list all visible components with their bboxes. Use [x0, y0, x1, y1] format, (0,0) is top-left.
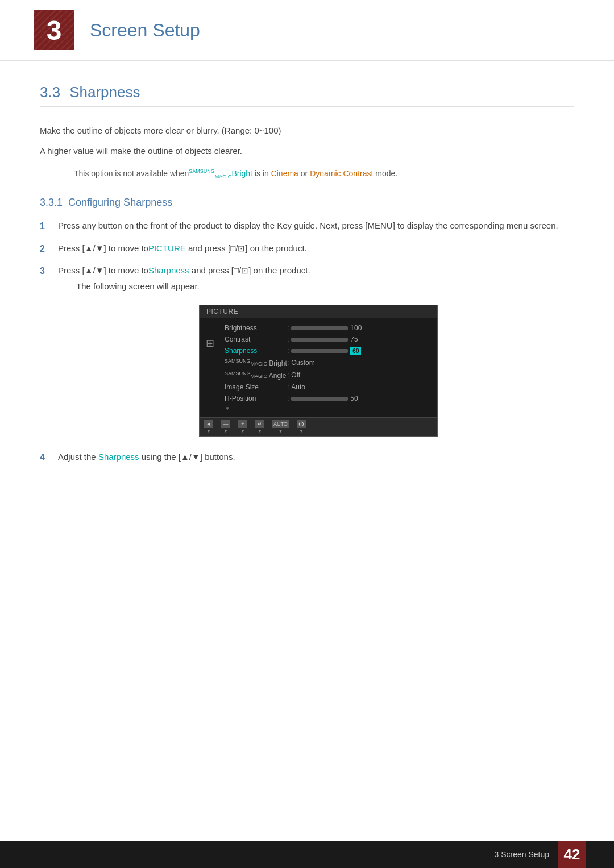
page-header: 3 Screen Setup — [0, 0, 614, 61]
page-footer: 3 Screen Setup 42 — [0, 841, 614, 868]
chapter-box: 3 — [34, 10, 74, 50]
section-number: 3.3 — [40, 84, 60, 101]
note-block: This option is not available whenSAMSUNG… — [74, 167, 574, 181]
contrast-value: 75 — [350, 335, 358, 343]
btn-plus-label: ▼ — [240, 429, 245, 434]
note-text-before: This option is not available when — [74, 169, 189, 178]
sharpness-bar: 60 — [291, 347, 361, 355]
menu-value-image-size: Auto — [291, 383, 305, 391]
step-4: 4 Adjust the Sharpness using the [▲/▼] b… — [40, 450, 574, 465]
note-brand-highlight: Bright — [231, 169, 252, 178]
step-3-sub: The following screen will appear. — [76, 280, 574, 293]
screen-sidebar: ⊞ — [200, 320, 220, 415]
menu-value-hposition: 50 — [291, 394, 358, 402]
menu-label-hposition: H-Position — [225, 394, 287, 402]
btn-left-icon: ◄ — [204, 420, 213, 428]
note-end: mode. — [373, 169, 397, 178]
btn-power-label: ▼ — [299, 429, 304, 434]
screen-menu: Brightness : 100 Contrast : — [220, 320, 437, 415]
step-2-number: 2 — [40, 242, 50, 256]
screen-mockup-body: ⊞ Brightness : 100 — [200, 318, 437, 417]
hposition-value: 50 — [350, 394, 358, 402]
footer-page-number: 42 — [558, 841, 586, 868]
note-dynamic: Dynamic Contrast — [310, 169, 373, 178]
menu-item-sharpness: Sharpness : 60 — [220, 345, 437, 356]
footer-text: 3 Screen Setup — [494, 850, 549, 859]
note-cinema: Cinema — [271, 169, 298, 178]
btn-enter-icon: ↵ — [255, 420, 264, 428]
hposition-bar: 50 — [291, 394, 358, 402]
menu-value-sharpness: 60 — [291, 347, 361, 355]
description-1: Make the outline of objects more clear o… — [40, 124, 574, 138]
menu-value-magic-angle: Off — [291, 371, 300, 379]
menu-item-contrast: Contrast : 75 — [220, 334, 437, 345]
menu-item-brightness: Brightness : 100 — [220, 322, 437, 334]
btn-enter-label: ▼ — [258, 429, 262, 434]
note-brand-super: SAMSUNGMAGICBright — [189, 169, 252, 178]
brightness-value: 100 — [350, 324, 362, 332]
brightness-bar: 100 — [291, 324, 362, 332]
step-4-text: Adjust the Sharpness using the [▲/▼] but… — [58, 450, 574, 464]
step-3: 3 Press [▲/▼] to move toSharpness and pr… — [40, 264, 574, 293]
step-3-text: Press [▲/▼] to move toSharpness and pres… — [58, 264, 574, 293]
step-1: 1 Press any button on the front of the p… — [40, 219, 574, 234]
chapter-number: 3 — [47, 15, 62, 46]
menu-label-image-size: Image Size — [225, 383, 287, 391]
step-4-number: 4 — [40, 450, 50, 465]
btn-auto-label: ▼ — [278, 429, 283, 434]
note-brand-sub-text: MAGIC — [215, 174, 232, 180]
step-2: 2 Press [▲/▼] to move toPICTURE and pres… — [40, 242, 574, 256]
main-content: 3.3Sharpness Make the outline of objects… — [0, 61, 614, 518]
subsection-title: 3.3.1 Configuring Sharpness — [40, 197, 574, 209]
menu-value-brightness: 100 — [291, 324, 362, 332]
btn-auto-icon: AUTO — [272, 420, 289, 428]
steps-list: 1 Press any button on the front of the p… — [40, 219, 574, 293]
step-1-text: Press any button on the front of the pro… — [58, 219, 574, 232]
menu-value-magic-bright: Custom — [291, 359, 314, 367]
menu-label-magic-angle: SAMSUNGMAGIC Angle — [225, 371, 287, 380]
sharpness-badge: 60 — [350, 347, 361, 355]
btn-enter: ↵ ▼ — [255, 420, 264, 434]
subsection-number: 3.3.1 — [40, 197, 63, 208]
btn-plus-icon: + — [238, 420, 247, 428]
note-brand-super-text: SAMSUNG — [189, 168, 215, 174]
contrast-bar: 75 — [291, 335, 358, 343]
screen-mockup-header: PICTURE — [200, 305, 437, 318]
menu-label-sharpness: Sharpness — [225, 347, 287, 355]
tv-icon: ⊞ — [206, 337, 214, 350]
chapter-title: Screen Setup — [90, 20, 200, 41]
btn-minus: — ▼ — [221, 420, 230, 434]
step-2-text: Press [▲/▼] to move toPICTURE and press … — [58, 242, 574, 255]
screen-mockup-container: PICTURE ⊞ Brightness : 100 — [63, 305, 574, 437]
note-or: or — [298, 169, 310, 178]
description-2: A higher value will make the outline of … — [40, 144, 574, 158]
section-title-text: Sharpness — [69, 84, 140, 101]
screen-bottom-bar: ◄ ▼ — ▼ + ▼ ↵ ▼ AUTO ▼ — [200, 417, 437, 436]
menu-item-hposition: H-Position : 50 — [220, 393, 437, 404]
step-4-highlight: Sharpness — [98, 452, 139, 462]
btn-minus-icon: — — [221, 420, 230, 428]
btn-minus-label: ▼ — [223, 429, 228, 434]
menu-label-brightness: Brightness — [225, 324, 287, 332]
btn-plus: + ▼ — [238, 420, 247, 434]
btn-power: ⏻ ▼ — [297, 420, 306, 434]
menu-label-contrast: Contrast — [225, 335, 287, 343]
scroll-indicator: ▼ — [220, 404, 437, 413]
menu-value-contrast: 75 — [291, 335, 358, 343]
step-3-highlight: Sharpness — [148, 265, 189, 275]
step-2-highlight: PICTURE — [148, 243, 186, 253]
screen-mockup: PICTURE ⊞ Brightness : 100 — [199, 305, 438, 437]
section-title: 3.3Sharpness — [40, 84, 574, 107]
note-middle: is in — [252, 169, 271, 178]
menu-item-magic-angle: SAMSUNGMAGIC Angle : Off — [220, 369, 437, 381]
step4-list: 4 Adjust the Sharpness using the [▲/▼] b… — [40, 450, 574, 465]
menu-label-magic-bright: SAMSUNGMAGIC Bright — [225, 358, 287, 367]
btn-left: ◄ ▼ — [204, 420, 213, 434]
btn-auto: AUTO ▼ — [272, 420, 289, 434]
menu-item-magic-bright: SAMSUNGMAGIC Bright : Custom — [220, 356, 437, 369]
step-1-number: 1 — [40, 219, 50, 234]
btn-power-icon: ⏻ — [297, 420, 306, 428]
step-3-number: 3 — [40, 264, 50, 279]
btn-left-label: ▼ — [206, 429, 211, 434]
menu-item-image-size: Image Size : Auto — [220, 381, 437, 393]
